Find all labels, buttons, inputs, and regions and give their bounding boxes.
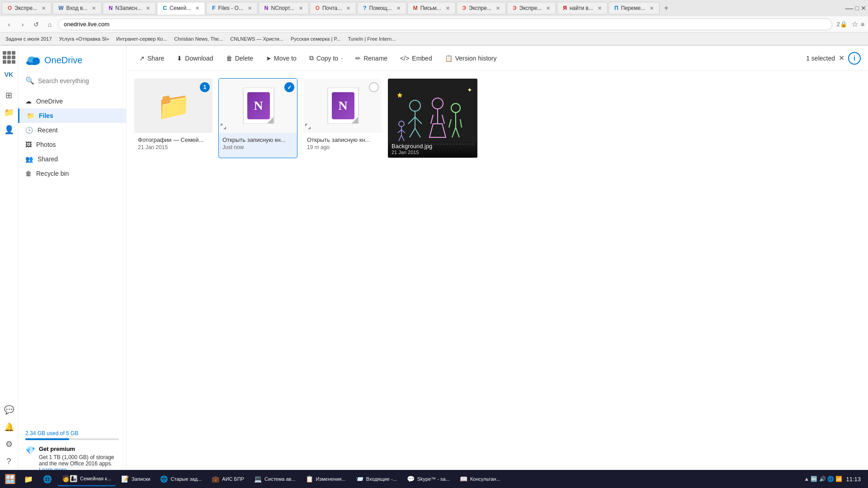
browser-menu[interactable]: ≡: [861, 21, 864, 28]
tab-3[interactable]: N NЗаписн... ✕: [103, 2, 156, 14]
onenote-name-1: Открыть записную кн...: [222, 136, 293, 143]
tab-4-active[interactable]: С Семей... ✕: [157, 2, 205, 14]
bookmark-6[interactable]: Русская семерка | P...: [289, 35, 343, 42]
tray-icons: ▲ 🔤 🔊 🌐 📶: [804, 476, 842, 482]
bookmark-2[interactable]: Услуга «Отправка Sl»: [57, 35, 111, 42]
maximize-button[interactable]: □: [855, 5, 859, 12]
tab-close-13[interactable]: ✕: [650, 5, 654, 11]
nav-item-recycle[interactable]: 🗑 Recycle bin: [18, 166, 126, 181]
tab-close-11[interactable]: ✕: [546, 5, 550, 11]
rail-icon-settings[interactable]: ⚙: [1, 436, 17, 452]
taskbar-zapiski[interactable]: 📝 Записки: [117, 472, 155, 486]
taskbar-ais[interactable]: 💼 АИС БПР: [207, 472, 249, 486]
svg-line-7: [415, 117, 422, 124]
download-button[interactable]: ⬇ Download: [171, 52, 218, 65]
rail-icon-chat[interactable]: 💬: [1, 402, 17, 418]
bookmark-3[interactable]: Интранет-сервер Ко...: [114, 35, 169, 42]
rail-icon-apps[interactable]: ⊞: [1, 87, 17, 103]
file-item-image[interactable]: ✦ ⭐ Background.jpg 21 Jan 2015: [387, 78, 478, 158]
tab-7[interactable]: О Почта... ✕: [310, 2, 357, 14]
taskbar-izmeneniya[interactable]: 📋 Изменения...: [301, 472, 350, 486]
tab-close-8[interactable]: ✕: [396, 5, 401, 11]
tab-13[interactable]: П Переме... ✕: [609, 2, 660, 14]
copy-to-button[interactable]: ⧉ Copy to -: [304, 52, 348, 65]
file-item-folder[interactable]: 📁 1 Фотографии — Семей... 21 Jan 2015: [134, 78, 213, 158]
tab-close-12[interactable]: ✕: [598, 5, 602, 11]
svg-line-6: [408, 117, 415, 124]
nav-item-photos[interactable]: 🖼 Photos: [18, 137, 126, 152]
tab-12[interactable]: Я найти в... ✕: [557, 2, 608, 14]
select-circle-checked[interactable]: ✓: [284, 82, 294, 92]
tab-11[interactable]: Э Экспре... ✕: [507, 2, 556, 14]
nav-icon-cloud: ☁: [25, 98, 32, 105]
search-input[interactable]: [38, 77, 119, 84]
tab-9[interactable]: М Письм... ✕: [407, 2, 456, 14]
onedrive-title: OneDrive: [44, 55, 82, 66]
tab-close-10[interactable]: ✕: [496, 5, 500, 11]
address-input[interactable]: [58, 19, 832, 30]
new-tab-button[interactable]: +: [660, 4, 672, 12]
tab-10[interactable]: Э Экспре... ✕: [457, 2, 506, 14]
bookmark-star[interactable]: ☆: [852, 20, 858, 28]
minimize-button[interactable]: —: [845, 4, 854, 13]
rail-icon-notifications[interactable]: 🔔: [1, 419, 17, 435]
storage-info[interactable]: 2.34 GB used of 5 GB: [25, 430, 119, 436]
forward-button[interactable]: ›: [17, 19, 28, 30]
nav-item-files[interactable]: 📁 Files: [18, 108, 126, 123]
taskbar-semeinaya[interactable]: 🧑‍👩‍👦 Семейная к...: [57, 472, 116, 486]
bookmark-1[interactable]: Задачи с июля 2017: [4, 35, 54, 42]
rail-icon-files[interactable]: 📁: [1, 104, 17, 121]
onenote-n-icon: N: [247, 92, 270, 119]
file-item-onenote-2[interactable]: N Открыть записную кн... 19 m ago: [303, 78, 382, 158]
taskbar-konsultan[interactable]: 📖 Консультан...: [455, 472, 505, 486]
taskbar-skype[interactable]: 💬 Skype™ - sa...: [402, 472, 454, 486]
rename-button[interactable]: ✏ Rename: [350, 52, 393, 65]
taskbar-vkhodyashchie[interactable]: 📨 Входящие -...: [351, 472, 401, 486]
tab-2[interactable]: W Вход в... ✕: [52, 2, 102, 14]
tab-close-7[interactable]: ✕: [346, 5, 350, 11]
nav-item-onedrive[interactable]: ☁ OneDrive: [18, 94, 126, 108]
rail-icon-people[interactable]: 👤: [1, 122, 17, 138]
bookmark-7[interactable]: TuneIn | Free Intern...: [346, 35, 397, 42]
refresh-button[interactable]: ↺: [31, 19, 42, 30]
close-button[interactable]: ✕: [861, 5, 866, 12]
share-button[interactable]: ↗ Share: [134, 52, 170, 65]
bookmark-4[interactable]: Christian News, The...: [172, 35, 225, 42]
tab-5[interactable]: F Files - O... ✕: [206, 2, 258, 14]
home-button[interactable]: ⌂: [44, 19, 55, 30]
version-history-button[interactable]: 📋 Version history: [439, 52, 502, 65]
tab-close-3[interactable]: ✕: [146, 5, 150, 11]
tab-1[interactable]: O Экспре... ✕: [2, 2, 52, 14]
nav-item-recent[interactable]: 🕒 Recent: [18, 123, 126, 137]
rail-icon-grid[interactable]: [1, 49, 17, 66]
svg-line-9: [415, 128, 420, 137]
move-to-button[interactable]: ➤ Move to: [260, 52, 302, 65]
tab-close-1[interactable]: ✕: [42, 5, 46, 11]
tab-bar: O Экспре... ✕ W Вход в... ✕ N NЗаписн...…: [0, 0, 868, 16]
taskbar-starye[interactable]: 🌐 Старые зад...: [156, 472, 206, 486]
nav-item-shared[interactable]: 👥 Shared: [18, 152, 126, 166]
rail-icon-vk[interactable]: VK: [1, 66, 17, 83]
image-overlay: Background.jpg 21 Jan 2015: [388, 140, 478, 158]
taskbar-sistema[interactable]: 💻 Система ав...: [250, 472, 300, 486]
delete-button[interactable]: 🗑 Delete: [221, 52, 259, 65]
taskbar-explorer[interactable]: 📁: [19, 472, 38, 486]
info-button[interactable]: i: [848, 52, 861, 65]
taskbar-browser[interactable]: 🌐: [38, 472, 57, 486]
close-selection-button[interactable]: ✕: [839, 54, 844, 62]
tab-close-6[interactable]: ✕: [299, 5, 303, 11]
select-circle-2[interactable]: [369, 82, 379, 92]
tab-8[interactable]: ? Помощ... ✕: [357, 2, 406, 14]
tab-close-9[interactable]: ✕: [446, 5, 450, 11]
start-button[interactable]: 🪟: [2, 472, 19, 486]
search-bar: 🔍: [18, 73, 126, 89]
rail-icon-question[interactable]: ?: [1, 453, 17, 469]
file-item-onenote-1[interactable]: N ✓ Открыть записную кн... J: [218, 78, 297, 158]
bookmark-5[interactable]: CNLNEWS — Христи...: [228, 35, 285, 42]
tab-close-5[interactable]: ✕: [248, 5, 252, 11]
tab-6[interactable]: N NСпорт... ✕: [259, 2, 309, 14]
back-button[interactable]: ‹: [4, 19, 14, 30]
tab-close-4[interactable]: ✕: [195, 5, 199, 11]
embed-button[interactable]: </> Embed: [395, 52, 438, 65]
tab-close-2[interactable]: ✕: [92, 5, 96, 11]
